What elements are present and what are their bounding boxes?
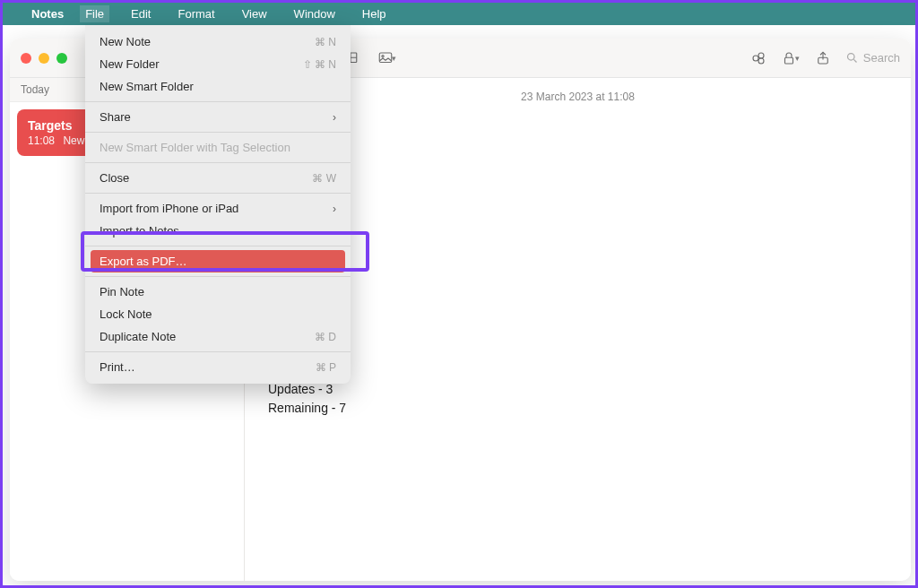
menu-separator: [85, 193, 351, 194]
menu-import-iphone[interactable]: Import from iPhone or iPad›: [85, 197, 351, 220]
link-icon[interactable]: [749, 48, 768, 68]
menu-new-folder[interactable]: New Folder⇧ ⌘ N: [85, 53, 351, 75]
search-placeholder: Search: [863, 51, 900, 65]
search-field[interactable]: Search: [845, 51, 900, 65]
menu-print[interactable]: Print…⌘ P: [85, 356, 351, 378]
file-menu-dropdown: New Note⌘ N New Folder⇧ ⌘ N New Smart Fo…: [85, 25, 351, 384]
menu-share[interactable]: Share›: [85, 106, 351, 128]
svg-point-8: [381, 55, 383, 56]
note-preview: New: [63, 134, 84, 147]
datestamp: 23 March 2023 at 11:08: [268, 91, 888, 103]
svg-point-10: [758, 53, 764, 58]
note-time: 11:08: [28, 134, 55, 147]
lock-icon[interactable]: ▾: [781, 48, 801, 68]
menu-separator: [85, 162, 351, 163]
menu-separator: [85, 132, 351, 133]
menu-close[interactable]: Close⌘ W: [85, 167, 351, 189]
menu-duplicate-note[interactable]: Duplicate Note⌘ D: [85, 325, 351, 348]
menu-window[interactable]: Window: [289, 5, 341, 22]
menu-export-pdf[interactable]: Export as PDF…: [91, 250, 345, 272]
maximize-window-icon[interactable]: [56, 53, 67, 64]
menu-new-note[interactable]: New Note⌘ N: [85, 30, 351, 53]
svg-point-9: [753, 56, 758, 61]
app-name[interactable]: Notes: [31, 7, 64, 21]
svg-point-11: [758, 58, 764, 64]
menu-separator: [85, 101, 351, 102]
body-line: Remaining - 7: [268, 399, 888, 418]
menu-new-smart-folder[interactable]: New Smart Folder: [85, 75, 351, 98]
menubar: Notes File Edit Format View Window Help: [3, 3, 915, 25]
window-controls: [21, 53, 67, 64]
menu-help[interactable]: Help: [357, 5, 392, 22]
menu-file[interactable]: File: [80, 5, 109, 22]
svg-point-14: [847, 54, 854, 61]
menu-edit[interactable]: Edit: [126, 5, 156, 22]
minimize-window-icon[interactable]: [39, 53, 49, 64]
menu-separator: [85, 246, 351, 246]
menu-lock-note[interactable]: Lock Note: [85, 303, 351, 325]
menu-new-smart-folder-tag: New Smart Folder with Tag Selection: [85, 136, 351, 159]
close-window-icon[interactable]: [21, 53, 31, 64]
svg-rect-12: [785, 57, 793, 64]
menu-separator: [85, 276, 351, 277]
menu-format[interactable]: Format: [172, 5, 220, 22]
body-line: Updates - 3: [268, 380, 888, 399]
menu-separator: [85, 351, 351, 352]
share-icon[interactable]: [813, 48, 833, 68]
note-body[interactable]: New - 4 Updates - 3 Remaining - 7: [268, 361, 888, 418]
menu-view[interactable]: View: [237, 5, 273, 22]
media-icon[interactable]: ▾: [377, 48, 396, 68]
menu-pin-note[interactable]: Pin Note: [85, 281, 351, 303]
menu-import-notes[interactable]: Import to Notes…: [85, 220, 351, 242]
svg-line-15: [853, 59, 856, 62]
body-line: New - 4: [268, 361, 888, 380]
